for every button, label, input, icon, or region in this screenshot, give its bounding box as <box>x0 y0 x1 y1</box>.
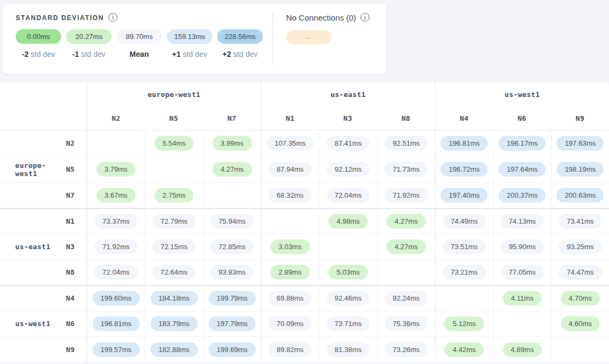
latency-pill[interactable]: 70.09ms <box>268 316 312 331</box>
latency-pill[interactable]: 183.79ms <box>151 316 198 331</box>
latency-pill[interactable]: 72.64ms <box>152 265 196 280</box>
latency-pill[interactable]: 4.42ms <box>444 342 484 357</box>
latency-pill[interactable]: 92.51ms <box>385 136 428 151</box>
latency-pill[interactable]: 4.11ms <box>503 291 542 306</box>
row-node-label: N6 <box>66 320 75 328</box>
latency-pill[interactable]: 197.63ms <box>556 136 604 151</box>
latency-pill[interactable]: 93.83ms <box>210 265 254 280</box>
matrix-cell: 68.32ms <box>261 182 319 208</box>
latency-pill[interactable]: 72.15ms <box>152 239 196 254</box>
latency-pill[interactable]: 3.03ms <box>270 239 310 254</box>
matrix-cell <box>145 157 203 183</box>
latency-pill[interactable]: 182.88ms <box>151 342 198 357</box>
latency-pill[interactable]: 74.47ms <box>559 265 602 280</box>
latency-pill[interactable]: 4.89ms <box>503 342 542 357</box>
latency-pill[interactable]: 197.64ms <box>498 162 546 177</box>
latency-pill[interactable]: 3.67ms <box>96 188 136 203</box>
latency-pill[interactable]: 73.21ms <box>443 265 486 280</box>
latency-pill[interactable]: 199.69ms <box>209 342 256 357</box>
latency-pill[interactable]: 200.37ms <box>498 188 546 203</box>
latency-pill[interactable]: 69.88ms <box>268 291 312 306</box>
latency-pill[interactable]: 89.82ms <box>268 342 312 357</box>
latency-pill[interactable]: 4.27ms <box>386 214 426 229</box>
info-icon[interactable]: ⓘ <box>108 13 118 22</box>
latency-pill[interactable]: 196.72ms <box>440 162 488 177</box>
latency-pill[interactable]: 107.35ms <box>267 136 314 151</box>
latency-pill[interactable]: 74.49ms <box>443 214 486 229</box>
latency-pill[interactable]: 4.27ms <box>386 239 426 254</box>
latency-pill[interactable]: 184.18ms <box>151 291 198 306</box>
latency-pill[interactable]: 73.37ms <box>94 214 138 229</box>
matrix-cell <box>377 259 435 285</box>
latency-pill[interactable]: 92.46ms <box>327 291 370 306</box>
latency-pill[interactable]: 200.63ms <box>556 188 604 203</box>
latency-pill[interactable]: 71.73ms <box>385 162 428 177</box>
latency-pill[interactable]: 196.81ms <box>93 316 140 331</box>
matrix-cell: 4.27ms <box>377 233 435 259</box>
row-header: us-west1N6 <box>0 311 87 337</box>
latency-pill[interactable]: 198.19ms <box>556 162 604 177</box>
latency-pill[interactable]: 68.32ms <box>268 188 312 203</box>
latency-pill[interactable]: 4.98ms <box>328 214 368 229</box>
latency-pill[interactable]: 3.79ms <box>96 162 136 177</box>
latency-pill[interactable]: 73.41ms <box>559 214 602 229</box>
legend-pill: 89.70ms <box>116 29 162 44</box>
latency-pill[interactable]: 73.71ms <box>327 316 370 331</box>
latency-pill[interactable]: 87.41ms <box>327 136 370 151</box>
latency-pill[interactable]: 74.13ms <box>501 214 544 229</box>
matrix-cell: 3.99ms <box>203 131 261 157</box>
latency-pill[interactable]: 77.05ms <box>501 265 544 280</box>
row-node-label: N2 <box>66 139 75 147</box>
matrix-cell: 73.26ms <box>377 336 435 362</box>
latency-pill[interactable]: 73.51ms <box>443 239 486 254</box>
legend-stop: 159.13ms +1 std dev <box>167 29 212 58</box>
latency-pill[interactable]: 2.89ms <box>270 265 310 280</box>
latency-pill[interactable]: 4.60ms <box>561 316 600 331</box>
latency-pill[interactable]: 72.04ms <box>94 265 138 280</box>
latency-pill[interactable]: 199.60ms <box>93 291 140 306</box>
latency-pill[interactable]: 3.99ms <box>212 136 252 151</box>
legend-stop-label: +1 std dev <box>172 50 208 58</box>
latency-pill[interactable]: 197.40ms <box>440 188 488 203</box>
matrix-cell: 197.79ms <box>203 311 261 337</box>
latency-pill[interactable]: 199.79ms <box>209 291 256 306</box>
matrix-cell <box>203 182 261 208</box>
latency-pill[interactable]: 5.12ms <box>444 316 484 331</box>
latency-pill[interactable]: 196.81ms <box>440 136 488 151</box>
latency-pill[interactable]: 71.92ms <box>94 239 138 254</box>
matrix-cell: 200.37ms <box>493 182 551 208</box>
latency-pill[interactable]: 92.12ms <box>327 162 370 177</box>
latency-pill[interactable]: 72.04ms <box>327 188 370 203</box>
matrix-cell <box>87 131 145 157</box>
latency-pill[interactable]: 71.92ms <box>385 188 428 203</box>
matrix-corner <box>0 106 87 130</box>
row-header: europe-west1N5 <box>0 157 87 183</box>
column-node-header: N4 <box>435 106 493 130</box>
latency-pill[interactable]: 95.90ms <box>501 239 544 254</box>
latency-pill[interactable]: 92.24ms <box>385 291 428 306</box>
matrix-cell: 73.51ms <box>435 233 493 259</box>
info-icon[interactable]: ⓘ <box>360 13 370 22</box>
matrix-header: europe-west1us-east1us-west1N2N5N7N1N3N8… <box>0 82 609 131</box>
latency-pill[interactable]: 197.79ms <box>209 316 256 331</box>
latency-pill[interactable]: 81.38ms <box>327 342 370 357</box>
latency-pill[interactable]: 72.79ms <box>152 214 196 229</box>
legend-pill: 228.56ms <box>217 29 263 44</box>
latency-pill[interactable]: 199.57ms <box>93 342 140 357</box>
matrix-cell: 182.88ms <box>145 336 203 362</box>
latency-pill[interactable]: 72.85ms <box>210 239 254 254</box>
latency-pill[interactable]: 87.94ms <box>268 162 312 177</box>
row-header: us-east1N3 <box>0 233 87 259</box>
latency-pill[interactable]: 93.25ms <box>559 239 602 254</box>
latency-pill[interactable]: 2.75ms <box>154 188 194 203</box>
latency-pill[interactable]: 196.17ms <box>498 136 546 151</box>
row-node-label: N4 <box>66 294 75 302</box>
latency-pill[interactable]: 73.26ms <box>385 342 428 357</box>
latency-pill[interactable]: 4.27ms <box>212 162 252 177</box>
latency-pill[interactable]: 5.54ms <box>154 136 194 151</box>
latency-pill[interactable]: 75.94ms <box>210 214 254 229</box>
latency-pill[interactable]: 5.03ms <box>328 265 368 280</box>
latency-pill[interactable]: 75.36ms <box>385 316 428 331</box>
latency-pill[interactable]: 4.70ms <box>561 291 600 306</box>
column-node-header: N6 <box>493 106 551 130</box>
